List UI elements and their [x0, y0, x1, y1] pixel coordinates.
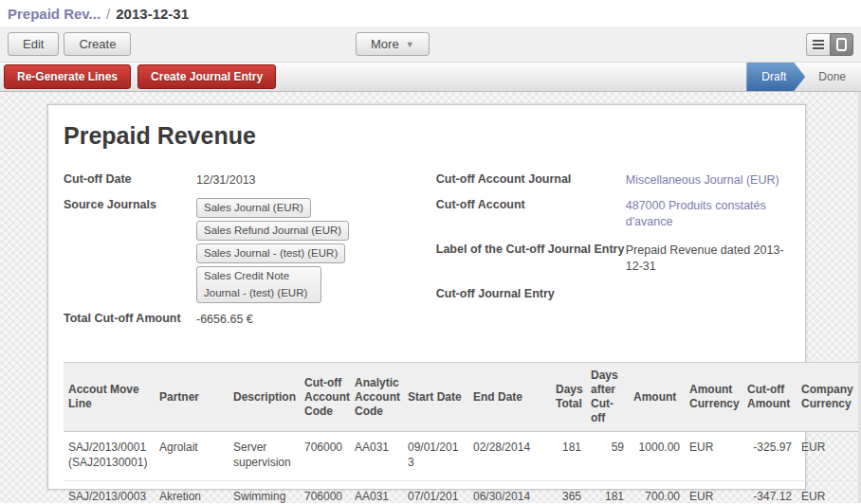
- field-cutoff-account-journal: Cut-off Account Journal Miscellaneous Jo…: [436, 171, 790, 189]
- column-header: Company Currency: [797, 363, 858, 432]
- cell-days-after: 181: [586, 480, 629, 504]
- cell-analytic-code: AA031: [350, 480, 403, 504]
- column-header: Cut-off Account Code: [300, 363, 350, 432]
- list-icon: [813, 44, 824, 45]
- cell-move-line: SAJ/2013/0001 (SAJ20130001): [64, 432, 155, 480]
- cutoff-account-journal-link[interactable]: Miscellaneous Journal (EUR): [626, 171, 790, 189]
- field-total-cutoff-amount: Total Cut-off Amount -6656.65 €: [64, 310, 436, 329]
- column-header: Description: [229, 363, 300, 432]
- cell-account-code: 706000: [300, 432, 350, 480]
- cell-end-date: 02/28/2014: [468, 432, 551, 480]
- cell-cutoff-amount: -325.97: [742, 432, 797, 480]
- chevron-down-icon: ▼: [406, 40, 414, 49]
- cell-start-date: 07/01/2013: [403, 480, 468, 504]
- cell-analytic-code: AA031: [350, 432, 403, 480]
- view-switcher: [806, 33, 853, 56]
- column-header: Accout Move Line: [64, 363, 155, 432]
- cell-start-date: 09/01/2013: [403, 432, 468, 480]
- source-journals-value: Sales Journal (EUR) Sales Refund Journal…: [196, 196, 436, 303]
- breadcrumb-current: 2013-12-31: [116, 6, 189, 22]
- column-header: Start Date: [403, 363, 468, 432]
- form-column-left: Cut-off Date 12/31/2013 Source Journals …: [64, 171, 436, 337]
- cutoff-account-link[interactable]: 487000 Produits constatés d'avance: [626, 196, 790, 231]
- cell-description: Swimming lessons: [229, 480, 300, 504]
- regenerate-lines-button[interactable]: Re-Generate Lines: [4, 64, 131, 89]
- cell-amount: 1000.00: [629, 432, 685, 480]
- journal-tag: Sales Journal - (test) (EUR): [196, 243, 345, 263]
- journal-entry-label-label: Label of the Cut-off Journal Entry: [436, 241, 626, 276]
- cell-days-after: 59: [586, 432, 629, 480]
- journal-tag: Sales Refund Journal (EUR): [196, 221, 349, 241]
- status-done: Done: [805, 63, 861, 91]
- form-sheet: Prepaid Revenue Cut-off Date 12/31/2013 …: [47, 104, 806, 490]
- column-header: Days after Cut-off: [586, 363, 629, 432]
- source-journal-tags: Sales Journal (EUR) Sales Refund Journal…: [196, 198, 435, 303]
- more-button-label: More: [371, 37, 399, 51]
- cell-amount-currency: EUR: [685, 432, 742, 480]
- create-button[interactable]: Create: [64, 32, 131, 56]
- breadcrumb-parent-link[interactable]: Prepaid Rev...: [8, 6, 101, 22]
- cell-company-currency: EUR: [797, 432, 858, 480]
- cell-amount-currency: EUR: [685, 480, 742, 504]
- column-header: Analytic Account Code: [350, 363, 403, 432]
- field-cutoff-journal-entry: Cut-off Journal Entry: [436, 285, 790, 300]
- journal-tag: Sales Credit Note Journal - (test) (EUR): [196, 266, 321, 303]
- total-cutoff-amount-label: Total Cut-off Amount: [64, 310, 196, 329]
- content-background: Prepaid Revenue Cut-off Date 12/31/2013 …: [0, 92, 861, 503]
- column-header: Partner: [155, 363, 229, 432]
- cell-end-date: 06/30/2014: [468, 480, 551, 504]
- cell-partner: Agrolait: [155, 432, 229, 480]
- list-view-button[interactable]: [806, 33, 830, 56]
- statusbar: Re-Generate Lines Create Journal Entry D…: [0, 63, 861, 92]
- status-indicator: Draft Done: [746, 63, 861, 91]
- form-fields: Cut-off Date 12/31/2013 Source Journals …: [64, 171, 790, 337]
- breadcrumb-separator: /: [106, 6, 110, 22]
- cutoff-account-label: Cut-off Account: [436, 196, 626, 231]
- table-header-row: Accout Move Line Partner Description Cut…: [64, 363, 858, 432]
- column-header: Amount: [629, 363, 685, 432]
- cutoff-lines-table: Accout Move Line Partner Description Cut…: [64, 362, 858, 504]
- create-journal-entry-button[interactable]: Create Journal Entry: [137, 64, 276, 89]
- cutoff-account-journal-label: Cut-off Account Journal: [436, 171, 626, 189]
- edit-button[interactable]: Edit: [8, 32, 59, 56]
- more-button[interactable]: More ▼: [356, 32, 430, 56]
- field-journal-entry-label: Label of the Cut-off Journal Entry Prepa…: [436, 241, 790, 276]
- page-title: Prepaid Revenue: [64, 122, 790, 150]
- status-draft: Draft: [746, 63, 805, 91]
- table-row[interactable]: SAJ/2013/0003 (SAJ20130003) Akretion Swi…: [64, 480, 858, 504]
- field-cutoff-date: Cut-off Date 12/31/2013: [64, 171, 436, 189]
- cell-partner: Akretion: [155, 480, 229, 504]
- cell-account-code: 706000: [300, 480, 350, 504]
- cell-days-total: 365: [551, 480, 586, 504]
- form-view-button[interactable]: [830, 33, 853, 56]
- field-source-journals: Source Journals Sales Journal (EUR) Sale…: [64, 196, 436, 303]
- journal-tag: Sales Journal (EUR): [196, 198, 311, 218]
- field-cutoff-account: Cut-off Account 487000 Produits constaté…: [436, 196, 790, 231]
- cutoff-journal-entry-value: [626, 285, 790, 300]
- cell-days-total: 181: [551, 432, 586, 480]
- total-cutoff-amount-value: -6656.65 €: [196, 310, 436, 329]
- cell-amount: 700.00: [629, 480, 685, 504]
- table-row[interactable]: SAJ/2013/0001 (SAJ20130001) Agrolait Ser…: [64, 432, 858, 480]
- cutoff-date-label: Cut-off Date: [64, 171, 196, 189]
- source-journals-label: Source Journals: [64, 196, 196, 303]
- cutoff-journal-entry-label: Cut-off Journal Entry: [436, 285, 626, 300]
- cell-move-line: SAJ/2013/0003 (SAJ20130003): [64, 480, 155, 504]
- action-toolbar: Edit Create More ▼: [0, 27, 861, 63]
- form-column-right: Cut-off Account Journal Miscellaneous Jo…: [436, 171, 790, 337]
- column-header: Cut-off Amount: [742, 363, 797, 432]
- cell-description: Server supervision: [229, 432, 300, 480]
- column-header: Days Total: [551, 363, 586, 432]
- journal-entry-label-value: Prepaid Revenue dated 2013-12-31: [626, 241, 790, 276]
- column-header: Amount Currency: [685, 363, 742, 432]
- cutoff-date-value: 12/31/2013: [196, 171, 436, 189]
- column-header: End Date: [468, 363, 551, 432]
- breadcrumb: Prepaid Rev... / 2013-12-31: [0, 0, 861, 27]
- cell-company-currency: EUR: [797, 480, 858, 504]
- form-icon: [836, 38, 847, 51]
- cell-cutoff-amount: -347.12: [742, 480, 797, 504]
